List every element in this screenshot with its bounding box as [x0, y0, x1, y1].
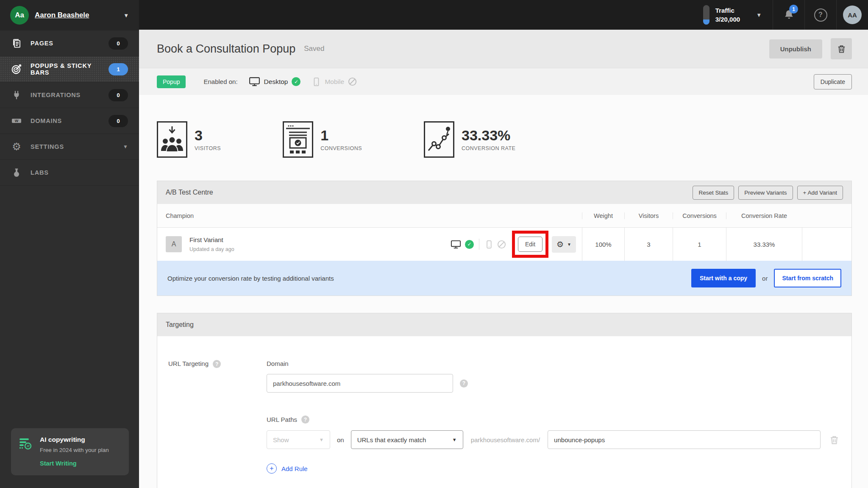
popups-count-badge: 1: [108, 63, 128, 75]
divider: [479, 239, 479, 250]
conversions-icon: [283, 121, 313, 158]
preview-variants-button[interactable]: Preview Variants: [738, 186, 793, 200]
unpublish-button[interactable]: Unpublish: [769, 39, 822, 59]
variant-updated: Updated a day ago: [189, 246, 234, 252]
url-path-rule-row: Show ▼ on URLs that exactly match ▼ park…: [267, 430, 840, 449]
duplicate-button[interactable]: Duplicate: [814, 74, 852, 89]
url-paths-label: URL Paths: [267, 416, 297, 423]
desktop-icon: [249, 76, 260, 87]
account-avatar-initials: Aa: [15, 11, 24, 20]
variant-row: A First Variant Updated a day ago ✓: [157, 228, 851, 261]
visitors-icon: [157, 121, 187, 158]
traffic-label: Traffic: [715, 7, 740, 14]
targeting-title: Targeting: [166, 321, 194, 329]
user-menu-button[interactable]: AA: [837, 0, 868, 30]
chevron-down-icon: ▼: [756, 12, 762, 18]
traffic-usage-dropdown[interactable]: Traffic 3/20,000 ▼: [692, 0, 773, 30]
variant-settings-dropdown[interactable]: ⚙ ▼: [552, 236, 576, 253]
page-body: 3 VISITORS 1 CONVERSIONS: [139, 95, 868, 488]
add-rule-button[interactable]: + Add Rule: [267, 463, 840, 474]
variant-conversion-rate: 33.33%: [726, 228, 802, 261]
enabled-on-label: Enabled on:: [203, 78, 237, 85]
add-rule-label: Add Rule: [281, 465, 308, 472]
match-type-select[interactable]: URLs that exactly match ▼: [351, 430, 463, 449]
type-badge: Popup: [157, 75, 186, 88]
gear-icon: ⚙: [11, 141, 22, 152]
trash-icon: [837, 44, 846, 54]
pages-count-badge: 0: [108, 37, 128, 50]
domain-input[interactable]: [267, 374, 453, 393]
sidebar-item-domains[interactable]: W DOMAINS 0: [0, 108, 139, 134]
conversions-value: 1: [320, 128, 362, 142]
question-icon: ?: [814, 8, 827, 22]
ab-test-centre-card: A/B Test Centre Reset Stats Preview Vari…: [157, 181, 852, 296]
column-conversion-rate: Conversion Rate: [726, 212, 802, 219]
variant-name[interactable]: First Variant: [189, 236, 234, 243]
desktop-toggle[interactable]: Desktop ✓: [249, 76, 301, 87]
page-title: Book a Consultation Popup: [157, 42, 295, 56]
sidebar-item-pages[interactable]: PAGES 0: [0, 31, 139, 56]
target-icon: [11, 64, 22, 75]
plus-circle-icon: +: [267, 463, 277, 474]
variant-actions-cell: [802, 228, 851, 261]
match-type-value: URLs that exactly match: [357, 436, 426, 443]
delete-popup-button[interactable]: [831, 38, 852, 59]
chevron-down-icon: ▼: [567, 242, 571, 247]
conversion-rate-label: CONVERSION RATE: [462, 145, 515, 151]
pages-icon: [11, 38, 22, 49]
reset-stats-button[interactable]: Reset Stats: [693, 186, 734, 200]
banner-text: Optimize your conversion rate by testing…: [167, 275, 334, 282]
targeting-card: Targeting URL Targeting ? Domain ?: [157, 313, 852, 488]
url-paths-help-icon[interactable]: ?: [301, 415, 309, 424]
sidebar-item-settings[interactable]: ⚙ SETTINGS ▼: [0, 134, 139, 160]
notifications-button[interactable]: 1: [773, 0, 804, 30]
sidebar-item-integrations[interactable]: INTEGRATIONS 0: [0, 82, 139, 108]
help-button[interactable]: ?: [805, 0, 836, 30]
add-variant-button[interactable]: + Add Variant: [797, 186, 843, 200]
check-circle-icon: ✓: [465, 240, 474, 249]
url-path-input[interactable]: [548, 430, 821, 449]
main-area: Traffic 3/20,000 ▼ 1 ? AA Book a: [139, 0, 868, 488]
ai-copywriting-card: AI copywriting Free in 2024 with your pl…: [11, 428, 129, 475]
domain-label: Domain: [267, 360, 840, 367]
visitors-value: 3: [195, 128, 221, 142]
account-switcher[interactable]: Aa Aaron Beashele ▼: [0, 0, 139, 31]
conversion-rate-stat: 33.33% CONVERSION RATE: [424, 121, 515, 158]
domain-help-icon[interactable]: ?: [460, 379, 468, 388]
start-writing-link[interactable]: Start Writing: [40, 460, 109, 467]
show-hide-select[interactable]: Show ▼: [267, 430, 330, 449]
url-targeting-help-icon[interactable]: ?: [213, 360, 221, 368]
sidebar-item-labs[interactable]: LABS: [0, 160, 139, 186]
mobile-toggle[interactable]: Mobile: [312, 77, 357, 87]
column-visitors: Visitors: [624, 212, 673, 219]
start-from-scratch-button[interactable]: Start from scratch: [774, 269, 841, 287]
domains-count-badge: 0: [108, 115, 128, 127]
sidebar-item-label: PAGES: [31, 40, 53, 47]
conversion-rate-value: 33.33%: [462, 128, 515, 142]
start-with-copy-button[interactable]: Start with a copy: [691, 269, 756, 287]
column-weight: Weight: [582, 212, 624, 219]
targeting-header: Targeting: [157, 313, 851, 336]
mobile-disabled-icon: [484, 240, 493, 249]
edit-variant-button[interactable]: Edit: [518, 237, 542, 252]
sidebar-item-label: INTEGRATIONS: [31, 92, 81, 98]
sidebar-item-label: DOMAINS: [31, 117, 62, 124]
conversions-stat: 1 CONVERSIONS: [283, 121, 362, 158]
page-header: Book a Consultation Popup Saved Unpublis…: [139, 30, 868, 68]
on-label: on: [337, 436, 344, 443]
notification-count-badge: 1: [789, 5, 798, 14]
plug-icon: [11, 89, 22, 100]
delete-rule-button[interactable]: [829, 435, 840, 445]
visitors-stat: 3 VISITORS: [157, 121, 221, 158]
sidebar-item-popups-sticky-bars[interactable]: POPUPS & STICKY BARS 1: [0, 56, 139, 82]
annotation-highlight: Edit: [512, 231, 548, 258]
desktop-enabled-icon: [451, 239, 461, 250]
ai-card-title: AI copywriting: [40, 436, 109, 443]
column-champion: Champion: [157, 212, 582, 219]
ai-copywriting-icon: [19, 436, 33, 467]
conversion-rate-icon: [424, 121, 454, 158]
variant-champion-cell: A First Variant Updated a day ago ✓: [157, 228, 582, 261]
ai-card-subtitle: Free in 2024 with your plan: [40, 447, 109, 453]
mobile-label: Mobile: [325, 78, 344, 86]
variant-conversions: 1: [673, 228, 726, 261]
